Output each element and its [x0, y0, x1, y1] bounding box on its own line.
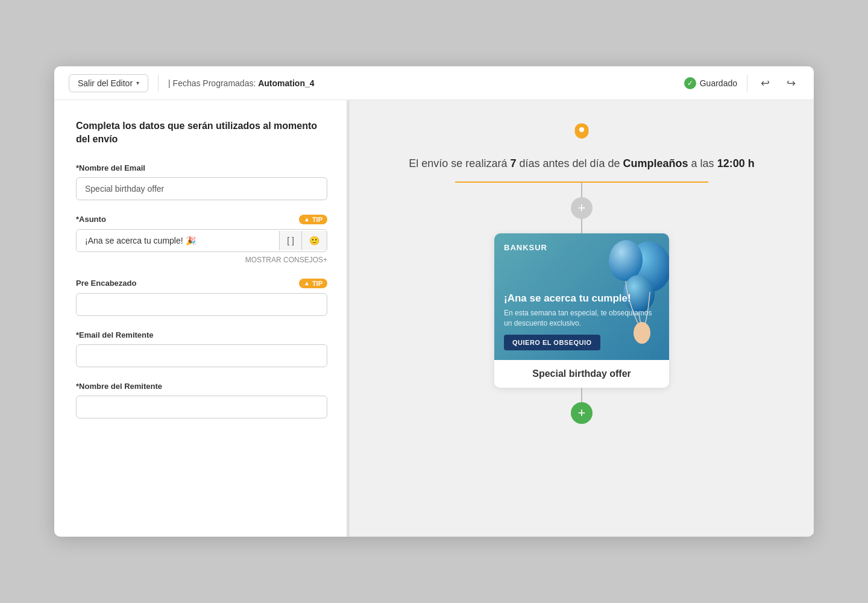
emoji-button[interactable]: 🙂	[301, 231, 327, 250]
undo-icon: ↩	[761, 77, 770, 89]
panel-title: Completa los datos que serán utilizados …	[76, 119, 327, 147]
email-name-label: *Nombre del Email	[76, 163, 327, 172]
schedule-text: El envío se realizará 7 días antes del d…	[409, 156, 754, 172]
header-left: Salir del Editor ▾ | Fechas Programadas:…	[69, 74, 315, 92]
saved-badge: ✓ Guardado	[684, 77, 737, 89]
add-step-button[interactable]: +	[571, 197, 593, 219]
action-divider	[747, 75, 747, 92]
subject-input[interactable]	[77, 230, 279, 251]
email-remitente-input[interactable]	[76, 344, 327, 367]
nombre-remitente-label: *Nombre del Remitente	[76, 382, 327, 391]
pre-encabezado-label: Pre Encabezado ▲ TIP	[76, 279, 327, 288]
vert-line-bottom	[581, 388, 582, 402]
subject-label: *Asunto ▲ TIP	[76, 215, 327, 224]
header: Salir del Editor ▾ | Fechas Programadas:…	[54, 66, 814, 100]
card-content: ¡Ana se acerca tu cumple! En esta semana…	[494, 284, 669, 350]
add-step-bottom-button[interactable]: +	[571, 402, 593, 424]
main-content: Completa los datos que serán utilizados …	[54, 100, 814, 537]
redo-button[interactable]: ↪	[783, 74, 799, 92]
pre-encabezado-group: Pre Encabezado ▲ TIP	[76, 279, 327, 316]
header-right: ✓ Guardado ↩ ↪	[684, 74, 799, 92]
undo-button[interactable]: ↩	[757, 74, 773, 92]
saved-label: Guardado	[700, 78, 737, 88]
left-panel: Completa los datos que serán utilizados …	[54, 100, 350, 537]
subject-row: [ ] 🙂	[76, 229, 327, 252]
exit-editor-button[interactable]: Salir del Editor ▾	[69, 74, 148, 92]
app-window: Salir del Editor ▾ | Fechas Programadas:…	[54, 66, 814, 537]
exit-label: Salir del Editor	[78, 78, 133, 88]
pre-encabezado-input[interactable]	[76, 293, 327, 316]
subject-tip-badge: ▲ TIP	[299, 215, 327, 224]
email-card-footer: Special birthday offer	[494, 360, 669, 388]
right-panel: El envío se realizará 7 días antes del d…	[350, 100, 814, 537]
subject-group: *Asunto ▲ TIP [ ] 🙂 MOSTRAR	[76, 215, 327, 264]
timeline-divider	[455, 182, 708, 183]
scrollbar[interactable]	[347, 100, 349, 537]
breadcrumb: | Fechas Programadas: Automation_4	[168, 78, 315, 88]
email-remitente-label: *Email del Remitente	[76, 330, 327, 339]
card-body-text: En esta semana tan especial, te obsequia…	[504, 308, 659, 329]
email-card-name: Special birthday offer	[504, 368, 659, 379]
email-name-input[interactable]	[76, 177, 327, 200]
email-card-image: BANKSUR	[494, 233, 669, 360]
pre-encabezado-tip-badge: ▲ TIP	[299, 279, 327, 288]
vert-line-mid	[581, 219, 582, 233]
svg-point-1	[579, 127, 584, 132]
nombre-remitente-input[interactable]	[76, 396, 327, 418]
redo-icon: ↪	[787, 77, 796, 89]
email-card[interactable]: BANKSUR	[494, 233, 669, 388]
email-remitente-group: *Email del Remitente	[76, 330, 327, 367]
check-icon: ✓	[684, 77, 696, 89]
vert-line-top	[581, 183, 582, 197]
header-divider	[158, 75, 159, 92]
card-cta[interactable]: QUIERO EL OBSEQUIO	[504, 335, 600, 350]
chevron-down-icon: ▾	[136, 80, 139, 86]
bracket-button[interactable]: [ ]	[279, 231, 301, 250]
timeline-divider-container: +	[455, 182, 708, 233]
card-tagline: ¡Ana se acerca tu cumple!	[504, 292, 659, 305]
timeline-header: El envío se realizará 7 días antes del d…	[409, 122, 754, 172]
nombre-remitente-group: *Nombre del Remitente	[76, 382, 327, 418]
email-name-group: *Nombre del Email	[76, 163, 327, 200]
card-brand: BANKSUR	[504, 243, 547, 252]
mostrar-consejos-button[interactable]: MOSTRAR CONSEJOS+	[76, 256, 327, 264]
location-pin-icon	[568, 122, 595, 148]
automation-name: Automation_4	[258, 78, 314, 88]
